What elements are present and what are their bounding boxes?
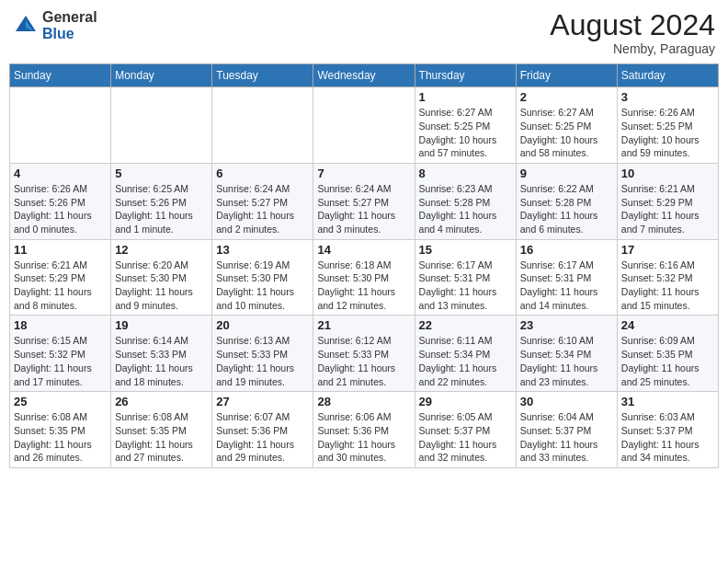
day-info: Sunrise: 6:09 AMSunset: 5:35 PMDaylight:… <box>621 334 714 388</box>
day-number: 21 <box>317 318 410 332</box>
table-cell: 7Sunrise: 6:24 AMSunset: 5:27 PMDaylight… <box>313 163 415 239</box>
day-info: Sunrise: 6:03 AMSunset: 5:37 PMDaylight:… <box>621 410 714 465</box>
weekday-header-thursday: Thursday <box>415 64 516 87</box>
week-row-4: 18Sunrise: 6:15 AMSunset: 5:32 PMDayligh… <box>10 316 719 392</box>
day-info: Sunrise: 6:21 AMSunset: 5:29 PMDaylight:… <box>621 182 714 236</box>
weekday-header-wednesday: Wednesday <box>313 64 415 87</box>
table-cell: 8Sunrise: 6:23 AMSunset: 5:28 PMDaylight… <box>415 163 516 239</box>
day-number: 4 <box>14 167 107 180</box>
day-info: Sunrise: 6:08 AMSunset: 5:35 PMDaylight:… <box>14 410 107 465</box>
table-cell: 4Sunrise: 6:26 AMSunset: 5:26 PMDaylight… <box>10 163 111 239</box>
day-info: Sunrise: 6:17 AMSunset: 5:31 PMDaylight:… <box>419 259 512 313</box>
title-block: August 2024 Nemby, Paraguay <box>550 9 715 56</box>
table-cell: 1Sunrise: 6:27 AMSunset: 5:25 PMDaylight… <box>415 87 516 164</box>
logo-blue-text: Blue <box>42 26 97 42</box>
table-cell: 5Sunrise: 6:25 AMSunset: 5:26 PMDaylight… <box>111 163 212 239</box>
day-number: 22 <box>419 318 512 332</box>
day-number: 25 <box>14 395 107 408</box>
day-info: Sunrise: 6:20 AMSunset: 5:30 PMDaylight:… <box>115 259 208 313</box>
day-info: Sunrise: 6:27 AMSunset: 5:25 PMDaylight:… <box>520 106 613 160</box>
weekday-header-sunday: Sunday <box>10 64 111 87</box>
day-info: Sunrise: 6:27 AMSunset: 5:25 PMDaylight:… <box>419 106 512 160</box>
day-number: 5 <box>115 167 208 180</box>
day-number: 16 <box>520 243 613 257</box>
week-row-5: 25Sunrise: 6:08 AMSunset: 5:35 PMDayligh… <box>10 392 719 468</box>
page-header: General Blue August 2024 Nemby, Paraguay <box>9 9 719 56</box>
week-row-2: 4Sunrise: 6:26 AMSunset: 5:26 PMDaylight… <box>10 163 719 239</box>
calendar-table: SundayMondayTuesdayWednesdayThursdayFrid… <box>9 63 719 468</box>
day-info: Sunrise: 6:17 AMSunset: 5:31 PMDaylight:… <box>520 259 613 313</box>
table-cell: 24Sunrise: 6:09 AMSunset: 5:35 PMDayligh… <box>617 316 718 392</box>
table-cell: 27Sunrise: 6:07 AMSunset: 5:36 PMDayligh… <box>212 392 313 468</box>
table-cell: 2Sunrise: 6:27 AMSunset: 5:25 PMDaylight… <box>516 87 617 164</box>
day-info: Sunrise: 6:07 AMSunset: 5:36 PMDaylight:… <box>216 410 309 465</box>
day-info: Sunrise: 6:06 AMSunset: 5:36 PMDaylight:… <box>317 410 410 465</box>
day-info: Sunrise: 6:26 AMSunset: 5:26 PMDaylight:… <box>14 182 107 236</box>
day-info: Sunrise: 6:11 AMSunset: 5:34 PMDaylight:… <box>419 334 512 388</box>
day-number: 14 <box>317 243 410 257</box>
logo-icon <box>13 13 39 39</box>
table-cell <box>111 87 212 164</box>
week-row-1: 1Sunrise: 6:27 AMSunset: 5:25 PMDaylight… <box>10 87 719 164</box>
day-number: 7 <box>317 167 410 180</box>
week-row-3: 11Sunrise: 6:21 AMSunset: 5:29 PMDayligh… <box>10 239 719 316</box>
day-number: 31 <box>621 395 714 408</box>
day-info: Sunrise: 6:24 AMSunset: 5:27 PMDaylight:… <box>216 182 309 236</box>
day-info: Sunrise: 6:16 AMSunset: 5:32 PMDaylight:… <box>621 259 714 313</box>
table-cell: 19Sunrise: 6:14 AMSunset: 5:33 PMDayligh… <box>111 316 212 392</box>
day-info: Sunrise: 6:04 AMSunset: 5:37 PMDaylight:… <box>520 410 613 465</box>
table-cell <box>212 87 313 164</box>
table-cell: 6Sunrise: 6:24 AMSunset: 5:27 PMDaylight… <box>212 163 313 239</box>
day-info: Sunrise: 6:23 AMSunset: 5:28 PMDaylight:… <box>419 182 512 236</box>
day-number: 20 <box>216 318 309 332</box>
day-info: Sunrise: 6:12 AMSunset: 5:33 PMDaylight:… <box>317 334 410 388</box>
table-cell: 14Sunrise: 6:18 AMSunset: 5:30 PMDayligh… <box>313 239 415 316</box>
day-number: 30 <box>520 395 613 408</box>
weekday-header-row: SundayMondayTuesdayWednesdayThursdayFrid… <box>10 64 719 87</box>
table-cell: 12Sunrise: 6:20 AMSunset: 5:30 PMDayligh… <box>111 239 212 316</box>
day-number: 9 <box>520 167 613 180</box>
table-cell: 17Sunrise: 6:16 AMSunset: 5:32 PMDayligh… <box>617 239 718 316</box>
month-year: August 2024 <box>550 9 715 41</box>
day-number: 13 <box>216 243 309 257</box>
table-cell: 22Sunrise: 6:11 AMSunset: 5:34 PMDayligh… <box>415 316 516 392</box>
day-number: 23 <box>520 318 613 332</box>
day-number: 27 <box>216 395 309 408</box>
day-info: Sunrise: 6:05 AMSunset: 5:37 PMDaylight:… <box>419 410 512 465</box>
day-info: Sunrise: 6:19 AMSunset: 5:30 PMDaylight:… <box>216 259 309 313</box>
table-cell: 9Sunrise: 6:22 AMSunset: 5:28 PMDaylight… <box>516 163 617 239</box>
day-info: Sunrise: 6:26 AMSunset: 5:25 PMDaylight:… <box>621 106 714 160</box>
day-number: 3 <box>621 90 714 104</box>
day-info: Sunrise: 6:15 AMSunset: 5:32 PMDaylight:… <box>14 334 107 388</box>
day-number: 29 <box>419 395 512 408</box>
day-number: 24 <box>621 318 714 332</box>
table-cell: 13Sunrise: 6:19 AMSunset: 5:30 PMDayligh… <box>212 239 313 316</box>
day-number: 6 <box>216 167 309 180</box>
table-cell: 16Sunrise: 6:17 AMSunset: 5:31 PMDayligh… <box>516 239 617 316</box>
table-cell <box>10 87 111 164</box>
day-info: Sunrise: 6:22 AMSunset: 5:28 PMDaylight:… <box>520 182 613 236</box>
table-cell: 21Sunrise: 6:12 AMSunset: 5:33 PMDayligh… <box>313 316 415 392</box>
weekday-header-friday: Friday <box>516 64 617 87</box>
table-cell: 10Sunrise: 6:21 AMSunset: 5:29 PMDayligh… <box>617 163 718 239</box>
day-number: 11 <box>14 243 107 257</box>
day-info: Sunrise: 6:13 AMSunset: 5:33 PMDaylight:… <box>216 334 309 388</box>
table-cell: 15Sunrise: 6:17 AMSunset: 5:31 PMDayligh… <box>415 239 516 316</box>
day-number: 8 <box>419 167 512 180</box>
weekday-header-monday: Monday <box>111 64 212 87</box>
location: Nemby, Paraguay <box>550 41 715 56</box>
logo: General Blue <box>13 9 97 41</box>
day-info: Sunrise: 6:14 AMSunset: 5:33 PMDaylight:… <box>115 334 208 388</box>
day-info: Sunrise: 6:10 AMSunset: 5:34 PMDaylight:… <box>520 334 613 388</box>
weekday-header-saturday: Saturday <box>617 64 718 87</box>
day-info: Sunrise: 6:21 AMSunset: 5:29 PMDaylight:… <box>14 259 107 313</box>
logo-text: General Blue <box>42 9 97 41</box>
table-cell: 18Sunrise: 6:15 AMSunset: 5:32 PMDayligh… <box>10 316 111 392</box>
table-cell <box>313 87 415 164</box>
table-cell: 26Sunrise: 6:08 AMSunset: 5:35 PMDayligh… <box>111 392 212 468</box>
table-cell: 20Sunrise: 6:13 AMSunset: 5:33 PMDayligh… <box>212 316 313 392</box>
table-cell: 23Sunrise: 6:10 AMSunset: 5:34 PMDayligh… <box>516 316 617 392</box>
table-cell: 11Sunrise: 6:21 AMSunset: 5:29 PMDayligh… <box>10 239 111 316</box>
day-number: 1 <box>419 90 512 104</box>
weekday-header-tuesday: Tuesday <box>212 64 313 87</box>
